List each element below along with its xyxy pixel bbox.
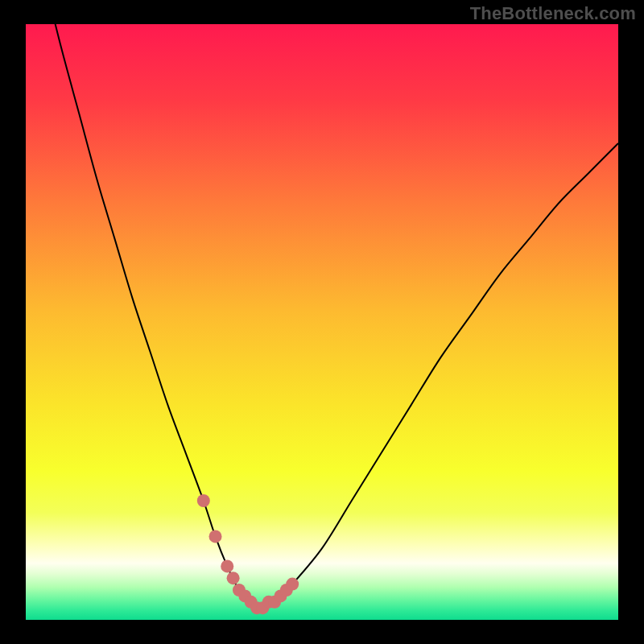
watermark-label: TheBottleneck.com	[470, 3, 636, 24]
curve-marker	[209, 530, 222, 543]
curve-marker	[221, 559, 233, 572]
curve-marker	[227, 572, 240, 584]
chart-background-gradient	[26, 24, 618, 620]
bottleneck-chart	[26, 24, 618, 620]
curve-marker	[286, 578, 299, 591]
chart-frame: TheBottleneck.com	[0, 0, 644, 644]
curve-marker	[197, 494, 210, 507]
